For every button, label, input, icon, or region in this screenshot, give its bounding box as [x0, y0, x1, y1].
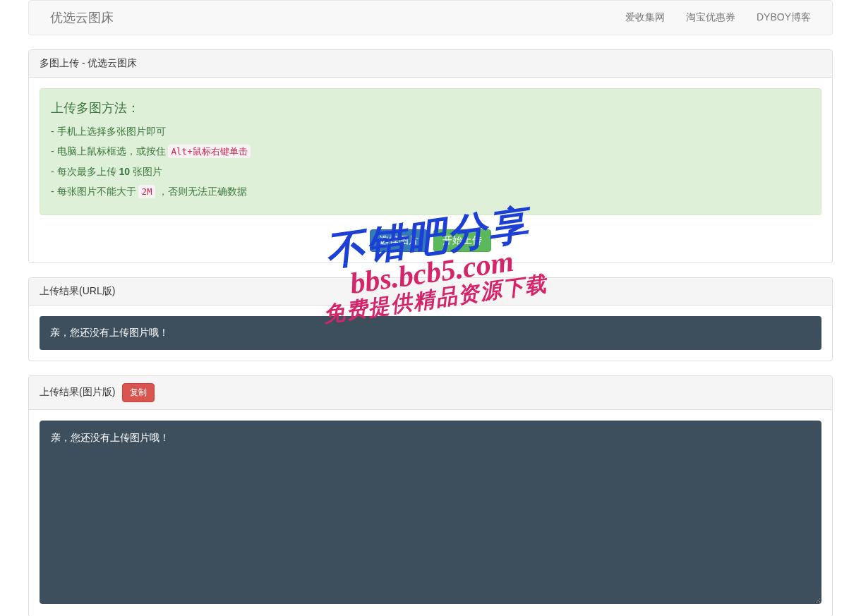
select-image-button[interactable]: 选择图片	[370, 229, 428, 252]
nav-link-aishouji[interactable]: 爱收集网	[615, 1, 675, 35]
button-row: 选择图片 开始上传	[40, 229, 821, 252]
tip-max-size: - 每张图片不能大于 2M ，否则无法正确数据	[51, 183, 810, 199]
tip-max-size-code: 2M	[138, 185, 155, 198]
upload-panel-heading: 多图上传 - 优选云图床	[29, 50, 832, 78]
tip-max-count: - 每次最多上传 10 张图片	[51, 164, 810, 179]
result-url-well: 亲，您还没有上传图片哦！	[40, 316, 821, 350]
result-img-heading-text: 上传结果(图片版)	[40, 386, 115, 399]
tip-desktop: - 电脑上鼠标框选，或按住 Alt+鼠标右键单击	[51, 143, 810, 159]
tip-max-size-post: ，否则无法正确数据	[155, 186, 247, 197]
nav-link-taobao[interactable]: 淘宝优惠券	[675, 1, 746, 35]
result-img-heading: 上传结果(图片版) 复制	[29, 376, 832, 410]
start-upload-button[interactable]: 开始上传	[433, 229, 491, 252]
upload-instructions-alert: 上传多图方法： - 手机上选择多张图片即可 - 电脑上鼠标框选，或按住 Alt+…	[40, 88, 821, 215]
navbar-brand[interactable]: 优选云图床	[40, 0, 124, 37]
tip-max-count-pre: - 每次最多上传	[51, 166, 119, 177]
nav-link-dyboy[interactable]: DYBOY博客	[746, 1, 821, 35]
tip-desktop-text: - 电脑上鼠标框选，或按住	[51, 145, 168, 157]
navbar: 优选云图床 爱收集网 淘宝优惠券 DYBOY博客	[28, 0, 833, 35]
navbar-nav: 爱收集网 淘宝优惠券 DYBOY博客	[615, 1, 821, 35]
result-url-panel: 上传结果(URL版) 亲，您还没有上传图片哦！	[28, 277, 833, 361]
tip-max-size-pre: - 每张图片不能大于	[51, 186, 138, 197]
alert-title: 上传多图方法：	[51, 99, 810, 116]
copy-button[interactable]: 复制	[122, 383, 155, 402]
result-img-textarea[interactable]	[40, 421, 821, 604]
tip-desktop-code: Alt+鼠标右键单击	[168, 145, 250, 158]
tip-mobile: - 手机上选择多张图片即可	[51, 123, 810, 139]
result-img-panel: 上传结果(图片版) 复制	[28, 375, 833, 616]
tip-max-count-bold: 10	[119, 166, 130, 177]
upload-panel: 多图上传 - 优选云图床 上传多图方法： - 手机上选择多张图片即可 - 电脑上…	[28, 49, 833, 263]
tip-max-count-post: 张图片	[130, 166, 162, 177]
result-url-heading: 上传结果(URL版)	[29, 278, 832, 306]
